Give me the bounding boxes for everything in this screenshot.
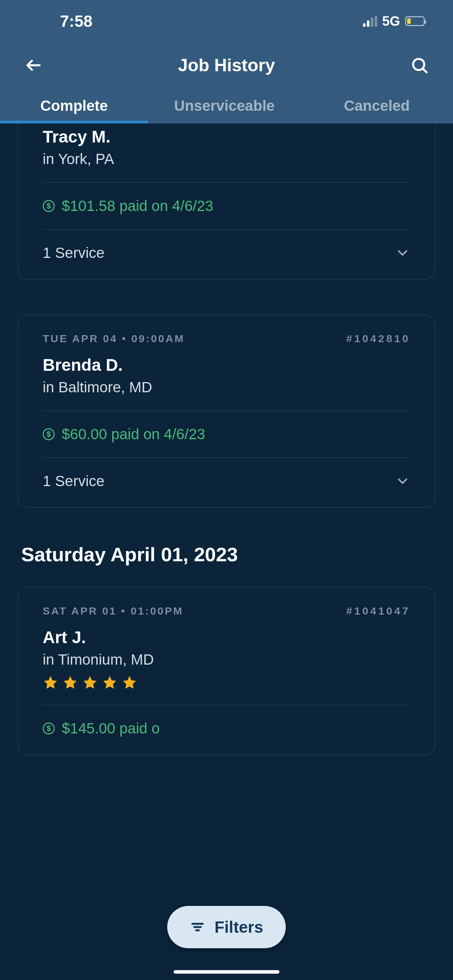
star-icon xyxy=(102,675,118,690)
search-icon xyxy=(410,56,429,75)
job-card[interactable]: Tracy M. in York, PA $ $101.58 paid on 4… xyxy=(17,124,436,279)
divider xyxy=(43,229,410,230)
job-datetime: TUE APR 04 • 09:00AM xyxy=(43,332,185,345)
job-datetime: SAT APR 01 • 01:00PM xyxy=(43,605,183,617)
payment-row: $ $60.00 paid on 4/6/23 xyxy=(43,426,410,443)
divider xyxy=(43,705,410,705)
payment-row: $ $101.58 paid on 4/6/23 xyxy=(43,197,410,215)
service-expand-row[interactable]: 1 Service xyxy=(43,245,410,261)
filter-icon xyxy=(190,920,205,935)
divider xyxy=(43,182,410,183)
job-list[interactable]: Tracy M. in York, PA $ $101.58 paid on 4… xyxy=(0,124,453,980)
battery-icon xyxy=(405,16,425,26)
tab-complete[interactable]: Complete xyxy=(0,88,148,124)
job-card[interactable]: SAT APR 01 • 01:00PM #1041047 Art J. in … xyxy=(17,587,436,755)
signal-icon xyxy=(363,16,377,27)
star-icon xyxy=(62,675,78,690)
rating-stars xyxy=(43,675,410,690)
nav-bar: Job History xyxy=(0,42,453,88)
payment-text: $145.00 paid o xyxy=(62,720,160,737)
tabs: Complete Unserviceable Canceled xyxy=(0,88,453,124)
customer-location: in Timonium, MD xyxy=(43,651,410,668)
status-right: 5G xyxy=(363,14,432,29)
service-count: 1 Service xyxy=(43,473,105,490)
job-number: #1041047 xyxy=(347,605,410,617)
dollar-icon: $ xyxy=(43,200,55,212)
network-label: 5G xyxy=(382,14,400,29)
home-indicator[interactable] xyxy=(173,970,280,974)
job-meta: SAT APR 01 • 01:00PM #1041047 xyxy=(43,605,410,617)
job-number: #1042810 xyxy=(347,332,410,345)
dollar-icon: $ xyxy=(43,722,55,735)
dollar-icon: $ xyxy=(43,428,55,440)
star-icon xyxy=(82,675,98,690)
star-icon xyxy=(43,675,58,690)
divider xyxy=(43,458,410,458)
divider xyxy=(43,410,410,411)
customer-location: in York, PA xyxy=(43,151,410,167)
header-area: 7:58 5G Job History xyxy=(0,0,453,124)
job-card[interactable]: TUE APR 04 • 09:00AM #1042810 Brenda D. … xyxy=(17,315,436,508)
date-section-header: Saturday April 01, 2023 xyxy=(21,543,436,566)
customer-name: Tracy M. xyxy=(43,127,410,146)
customer-location: in Baltimore, MD xyxy=(43,379,410,396)
arrow-left-icon xyxy=(24,56,43,75)
tab-canceled[interactable]: Canceled xyxy=(300,88,453,124)
customer-name: Brenda D. xyxy=(43,355,410,375)
filters-button[interactable]: Filters xyxy=(167,906,286,948)
chevron-down-icon xyxy=(395,473,410,489)
screen: 7:58 5G Job History xyxy=(0,0,453,980)
back-button[interactable] xyxy=(21,53,46,78)
customer-name: Art J. xyxy=(43,628,410,647)
payment-text: $60.00 paid on 4/6/23 xyxy=(62,426,205,443)
page-title: Job History xyxy=(178,55,275,75)
job-meta: TUE APR 04 • 09:00AM #1042810 xyxy=(43,332,410,345)
status-bar: 7:58 5G xyxy=(0,0,453,42)
service-count: 1 Service xyxy=(43,245,105,261)
search-button[interactable] xyxy=(407,53,432,78)
chevron-down-icon xyxy=(395,245,410,261)
service-expand-row[interactable]: 1 Service xyxy=(43,473,410,490)
tab-unserviceable[interactable]: Unserviceable xyxy=(148,88,300,124)
star-icon xyxy=(122,675,137,690)
status-time: 7:58 xyxy=(21,12,92,31)
payment-text: $101.58 paid on 4/6/23 xyxy=(62,197,213,215)
svg-line-2 xyxy=(423,68,426,72)
filters-label: Filters xyxy=(215,918,263,937)
payment-row: $ $145.00 paid o xyxy=(43,720,410,737)
